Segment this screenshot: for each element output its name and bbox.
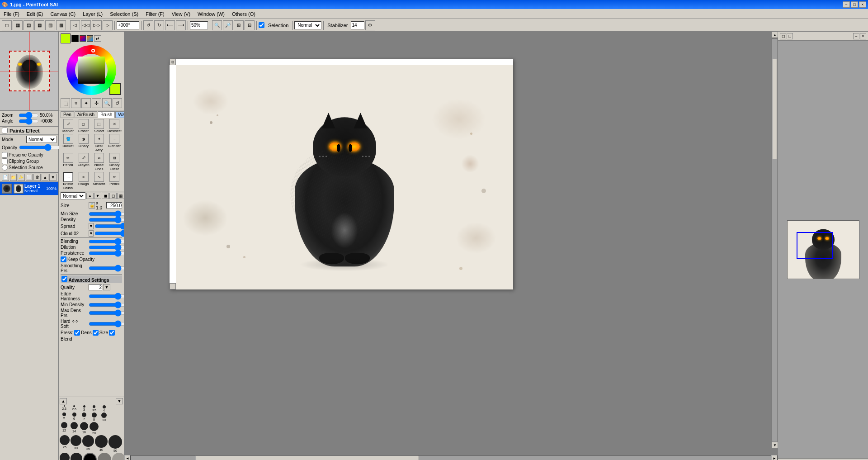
- tool-select-rect[interactable]: ⬚: [61, 98, 70, 108]
- layer-effect-btn[interactable]: ✨: [18, 174, 25, 181]
- swatch-1[interactable]: [61, 33, 71, 43]
- color-gradient-square[interactable]: [78, 57, 105, 84]
- tool-crayon[interactable]: 🖍 Crayon: [76, 153, 91, 171]
- brush-mode-btn-1[interactable]: ▲: [86, 193, 94, 199]
- min-size-slider[interactable]: [89, 212, 124, 216]
- size-input[interactable]: [106, 202, 122, 209]
- bs-2.3[interactable]: 2.3: [60, 405, 69, 412]
- zoom-btn-1[interactable]: 🔍: [212, 20, 222, 30]
- tab-pen[interactable]: Pen: [61, 111, 74, 118]
- picker-scroll-up[interactable]: ▲: [60, 398, 67, 404]
- tool-marker[interactable]: 🖊 Marker: [61, 119, 75, 133]
- bs-3.5[interactable]: 3.5: [90, 405, 99, 412]
- bs-5[interactable]: 5: [60, 413, 69, 422]
- angle-slider[interactable]: [19, 119, 39, 123]
- menu-others[interactable]: Others (O): [228, 10, 259, 18]
- quality-input[interactable]: [89, 284, 102, 290]
- dilution-slider[interactable]: [89, 245, 124, 250]
- menu-layer[interactable]: Layer (L): [79, 10, 106, 18]
- close-button[interactable]: ×: [859, 1, 866, 8]
- tool-eraser[interactable]: ◻ Eraser: [76, 119, 91, 133]
- swatch-hsv-mode[interactable]: [87, 35, 93, 42]
- bs-150[interactable]: 150: [60, 453, 70, 460]
- vscroll-thumb[interactable]: [772, 59, 777, 160]
- brush-mode-btn-5[interactable]: ▦: [117, 193, 124, 199]
- picker-scroll-down[interactable]: ▼: [116, 398, 123, 404]
- menu-window[interactable]: Window (W): [194, 10, 228, 18]
- edge-hardness-slider[interactable]: [89, 294, 124, 299]
- toolbar-btn-5[interactable]: ▨: [45, 20, 55, 30]
- tool-binary-erase[interactable]: ⊠ Binary Erase: [107, 153, 122, 171]
- hscroll-left-btn[interactable]: ◄: [124, 455, 131, 460]
- mode-select[interactable]: Normal: [26, 136, 57, 143]
- menu-selection[interactable]: Selection (S): [106, 10, 142, 18]
- tool-select-magic[interactable]: ✦: [81, 98, 91, 108]
- menu-filter[interactable]: Filter (F): [142, 10, 168, 18]
- brush-mode-select[interactable]: Normal: [61, 192, 85, 199]
- tool-zoom[interactable]: 🔍: [102, 98, 112, 108]
- bs-300[interactable]: 300: [98, 453, 111, 460]
- minimize-button[interactable]: −: [843, 1, 850, 8]
- paints-effect-checkbox[interactable]: [2, 128, 8, 133]
- quality-btn[interactable]: ▼: [103, 284, 110, 290]
- zoom-slider[interactable]: [19, 113, 39, 118]
- max-dens-slider[interactable]: [89, 311, 124, 315]
- density-slider[interactable]: [89, 218, 124, 222]
- brush-mode-btn-2[interactable]: ▼: [94, 193, 101, 199]
- swatch-2[interactable]: [71, 35, 79, 42]
- bs-35[interactable]: 35: [82, 435, 94, 452]
- nav-close-btn[interactable]: ×: [860, 33, 866, 39]
- bs-350[interactable]: 350: [112, 453, 124, 460]
- bs-20[interactable]: 20: [90, 422, 99, 435]
- layer-folder-btn[interactable]: 📁: [10, 174, 17, 181]
- min-density-slider[interactable]: [89, 303, 124, 307]
- bs-50[interactable]: 50: [108, 435, 122, 452]
- tool-deselect[interactable]: ✕ Deselect: [107, 119, 122, 133]
- canvas-corner-tl[interactable]: ⊞: [170, 59, 176, 65]
- nav-maximize-btn[interactable]: □: [787, 33, 793, 39]
- layer-mask-btn[interactable]: ⬜: [26, 174, 33, 181]
- bs-4[interactable]: 4: [99, 405, 108, 412]
- menu-view[interactable]: View (V): [168, 10, 194, 18]
- maximize-button[interactable]: □: [851, 1, 858, 8]
- zoom-btn-4[interactable]: ⊟: [245, 20, 255, 30]
- size-lock-btn[interactable]: 🔓: [89, 202, 95, 209]
- tab-airbrush[interactable]: AirBrush: [75, 111, 97, 118]
- layer-move-up-btn[interactable]: ▲: [42, 174, 49, 181]
- stabilizer-input[interactable]: [351, 21, 364, 29]
- tool-binary[interactable]: ◑ Binary: [76, 134, 91, 152]
- selection-source-radio[interactable]: [2, 165, 8, 171]
- toolbar-nav-2[interactable]: ◁◁: [81, 20, 91, 30]
- advanced-settings-toggle[interactable]: Advanced Settings: [61, 275, 122, 283]
- toolbar-btn-4[interactable]: ▦: [34, 20, 44, 30]
- bs-25[interactable]: 25: [60, 435, 70, 452]
- tool-move[interactable]: ✛: [92, 98, 101, 108]
- zoom-btn-2[interactable]: 🔎: [223, 20, 233, 30]
- blend-checkbox[interactable]: [109, 330, 115, 336]
- spread-btn[interactable]: ▼: [89, 223, 94, 229]
- hscroll-thumb[interactable]: [195, 455, 419, 460]
- bs-7[interactable]: 7: [80, 413, 89, 422]
- toolbar-nav-1[interactable]: ◁: [70, 20, 80, 30]
- hard-soft-slider[interactable]: [89, 322, 124, 326]
- toolbar-r3[interactable]: ⟵: [165, 20, 175, 30]
- toolbar-r2[interactable]: ↻: [154, 20, 164, 30]
- bs-8[interactable]: 8: [90, 413, 99, 422]
- keep-opacity-checkbox[interactable]: [61, 256, 66, 262]
- nav-restore-btn[interactable]: ◻: [780, 33, 786, 39]
- tool-pencil[interactable]: ✏ Pencil: [61, 153, 75, 171]
- menu-file[interactable]: File (F): [0, 10, 23, 18]
- brush-mode-btn-4[interactable]: ◻: [109, 193, 117, 199]
- hscroll-right-btn[interactable]: ►: [771, 455, 778, 460]
- nav-viewport[interactable]: [797, 232, 833, 259]
- menu-canvas[interactable]: Canvas (C): [47, 10, 80, 18]
- toolbar-btn-1[interactable]: ◻: [2, 20, 12, 30]
- canvas-main[interactable]: ⊞: [124, 32, 778, 455]
- cloud-btn[interactable]: ▼: [89, 230, 94, 237]
- tool-rotate[interactable]: ↺: [113, 98, 122, 108]
- tool-bristle[interactable]: ⋯ Bristle Brush: [61, 172, 75, 190]
- color-wheel-container[interactable]: [66, 45, 116, 95]
- advanced-checkbox[interactable]: [61, 276, 67, 282]
- layer-item[interactable]: Layer 1 Normal 100%: [0, 182, 58, 195]
- blend-mode-select[interactable]: Normal: [294, 21, 321, 29]
